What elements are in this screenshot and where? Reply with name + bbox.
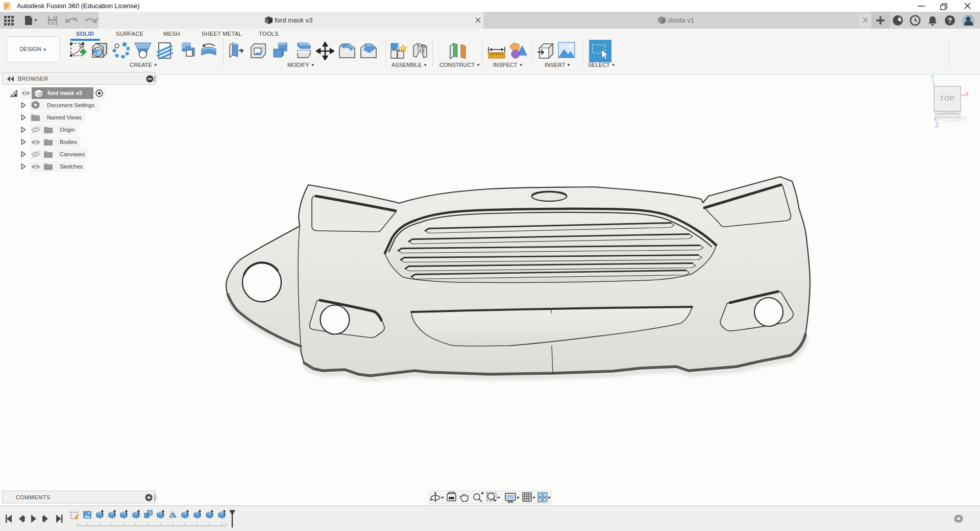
svg-text:Y: Y xyxy=(930,74,935,81)
svg-text:TOP: TOP xyxy=(940,94,955,102)
svg-text:X: X xyxy=(965,91,969,98)
svg-text:Z: Z xyxy=(935,121,939,129)
